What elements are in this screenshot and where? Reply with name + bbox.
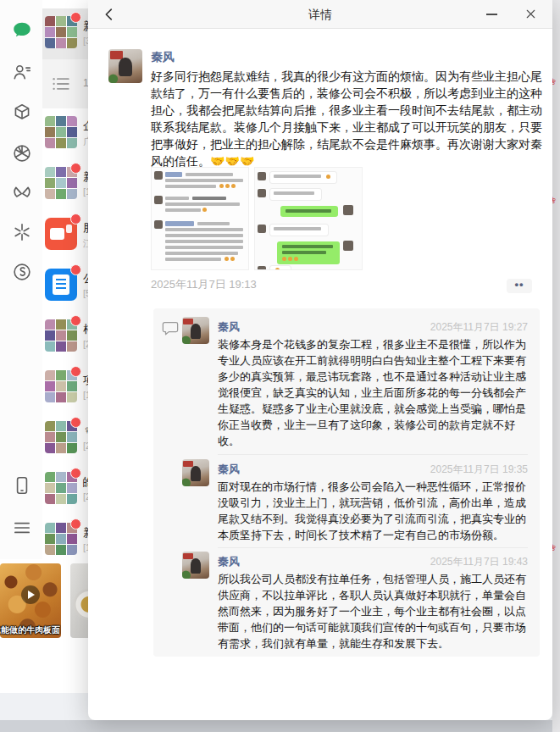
unread-badge: [70, 366, 81, 377]
dialog-header: 详情: [88, 0, 552, 29]
unread-badge: [70, 468, 81, 479]
link-icon[interactable]: [11, 261, 33, 283]
flower-icon: ❀: [552, 76, 556, 87]
comment-author-avatar[interactable]: [182, 317, 209, 344]
channels-icon[interactable]: [11, 182, 33, 204]
app-sidebar-rail: [0, 0, 42, 559]
close-button[interactable]: [517, 0, 546, 28]
comment-author-avatar[interactable]: [182, 552, 209, 579]
post-image-chat-screenshot-1[interactable]: [151, 167, 249, 270]
post-image-chat-screenshot-2[interactable]: [254, 167, 363, 270]
post-author-name[interactable]: 秦风: [151, 50, 175, 65]
food-video-thumbnail[interactable]: 家就能做的牛肉板面: [0, 563, 61, 638]
video-caption-wrap: 家就能做的牛肉板面: [0, 624, 61, 635]
menu-icon[interactable]: [11, 517, 33, 539]
comment-text: 面对现在的市场行情，很多公司会陷入一种恶性循环，正常报价没吸引力，没业主上门，就…: [218, 479, 531, 543]
video-caption: 家就能做的牛肉板面: [0, 624, 60, 635]
comment-timestamp: 2025年11月7日 19:35: [430, 463, 528, 477]
background-window-edge: ❀ ❀ ❀: [552, 0, 560, 732]
unread-badge: [70, 417, 81, 428]
group-avatar: [45, 116, 77, 148]
post-more-button[interactable]: ••: [507, 279, 532, 293]
post-author-avatar[interactable]: [108, 49, 142, 83]
detail-dialog: 详情 秦风 好多同行抱怨尾款难结，我真的很少有这方面的烦恼。因为有些业主担心尾款…: [88, 0, 552, 720]
chats-icon[interactable]: [11, 19, 33, 42]
comment-timestamp: 2025年11月7日 19:43: [430, 555, 528, 569]
flower-icon: ❀: [552, 195, 556, 206]
minimize-button[interactable]: [478, 0, 507, 28]
divider: [218, 454, 528, 455]
comments-panel: 秦风 2025年11月7日 19:27 装修本身是个花钱多的复杂工程，很多业主不…: [153, 308, 540, 657]
unread-badge: [70, 264, 81, 275]
flower-icon: ❀: [552, 542, 556, 553]
comment-bubble-icon: [162, 321, 179, 340]
play-icon: [21, 585, 40, 604]
comment-author-name[interactable]: 秦风: [218, 319, 240, 335]
favorites-box-icon[interactable]: [11, 102, 33, 124]
unread-badge: [70, 315, 81, 326]
post-timestamp: 2025年11月7日 19:13: [151, 277, 257, 292]
collapsed-groups-icon: [49, 72, 73, 96]
unread-badge: [70, 518, 81, 530]
comment-author-name[interactable]: 秦风: [218, 462, 240, 477]
post-text: 好多同行抱怨尾款难结，我真的很少有这方面的烦恼。因为有些业主担心尾款结了，万一有…: [151, 68, 544, 169]
comment-author-avatar[interactable]: [182, 459, 209, 486]
phone-icon[interactable]: [11, 474, 33, 496]
mini-programs-icon[interactable]: [11, 221, 33, 243]
divider: [218, 547, 528, 548]
moments-aperture-icon[interactable]: [11, 142, 33, 164]
unread-badge: [70, 214, 81, 225]
desktop-strip: [0, 720, 560, 732]
unread-badge: [70, 163, 81, 174]
comment-text: 所以我公司人员都没有拉单任务，包括管理人员，施工人员还有供应商，不以拉单评比，各…: [218, 571, 531, 652]
comment-timestamp: 2025年11月7日 19:27: [430, 320, 528, 335]
contacts-icon[interactable]: [11, 61, 33, 83]
comment-author-name[interactable]: 秦风: [218, 554, 240, 569]
unread-badge: [70, 12, 81, 23]
comment-text: 装修本身是个花钱多的复杂工程，很多业主不是很懂，所以作为专业人员应该在开工前就得…: [218, 336, 531, 449]
